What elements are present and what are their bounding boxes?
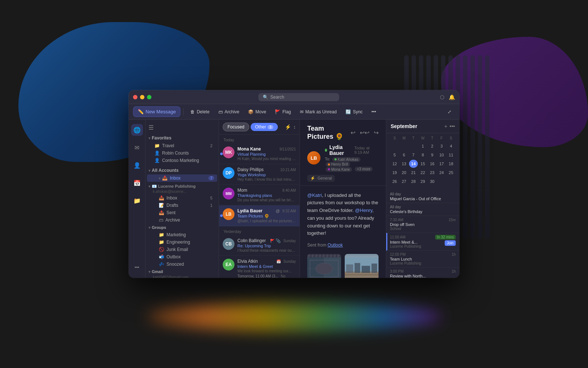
close-button[interactable]	[133, 95, 137, 99]
cal-day-20[interactable]: 20	[399, 169, 408, 177]
cal-day-6[interactable]: 6	[399, 151, 408, 159]
nav-item-lucerne-drafts[interactable]: 📝 Drafts 1	[147, 202, 217, 209]
cal-day-26[interactable]: 26	[390, 177, 399, 185]
cal-day-10[interactable]: 10	[437, 151, 446, 159]
sidebar-icon-calendar[interactable]: 📅	[131, 177, 143, 189]
cal-event-celeste[interactable]: All day Celeste's Birthday	[386, 203, 459, 216]
cal-day-23[interactable]: 23	[428, 169, 437, 177]
cal-day-21[interactable]: 21	[409, 169, 418, 177]
groups-section[interactable]: ▾ Groups	[146, 224, 219, 231]
sort-icon[interactable]: ↕	[293, 124, 296, 130]
tab-focused[interactable]: Focused	[223, 123, 249, 131]
sidebar-icon-more[interactable]: •••	[131, 262, 143, 273]
new-message-button[interactable]: ✏️ New Message	[133, 106, 180, 117]
sync-button[interactable]: 🔄 Sync	[342, 107, 366, 116]
cal-day-29[interactable]: 29	[418, 177, 427, 185]
cal-day-13[interactable]: 13	[399, 160, 408, 168]
cal-day-18[interactable]: 18	[447, 160, 455, 168]
nav-item-travel[interactable]: 📁 Travel 2	[147, 142, 217, 149]
nav-item-lucerne-inbox[interactable]: 📥 Inbox 5	[147, 194, 217, 202]
email-item-mona-kane[interactable]: MK Mona Kane 9/11/2021 Virtual Planning …	[219, 144, 300, 164]
nav-item-contoso[interactable]: 👤 Contoso Marketing	[147, 157, 217, 164]
workshop-image-1[interactable]	[307, 254, 341, 278]
nav-item-lucerne-sent[interactable]: 📤 Sent	[147, 209, 217, 216]
cal-event-miguel[interactable]: All day Miguel Garcia - Out of Office	[386, 190, 459, 203]
cal-day-9[interactable]: 9	[428, 151, 437, 159]
delete-button[interactable]: 🗑 Delete	[187, 107, 213, 116]
tab-other[interactable]: Other 3	[251, 123, 278, 131]
cal-day-25[interactable]: 25	[447, 169, 455, 177]
cal-day-15[interactable]: 15	[418, 160, 427, 168]
favorites-section[interactable]: ▾ Favorites	[146, 134, 219, 142]
nav-item-lucerne-archive[interactable]: 🗃 Archive	[147, 216, 217, 224]
cal-day-11[interactable]: 11	[447, 151, 455, 159]
nav-item-snoozed[interactable]: 💤 Snoozed	[147, 261, 217, 268]
cal-day-16[interactable]: 16	[428, 160, 437, 168]
cal-event-review[interactable]: 3:00 PM 1h Review with North... Conferen…	[386, 268, 459, 278]
cal-day-2[interactable]: 2	[428, 142, 437, 150]
cal-day-4[interactable]: 4	[447, 142, 455, 150]
calendar-more-icon[interactable]: •••	[449, 123, 455, 129]
nav-item-junk[interactable]: 🚫 Junk Email	[147, 246, 217, 253]
share-icon[interactable]: ⬡	[440, 94, 444, 100]
sidebar-icon-files[interactable]: 📁	[131, 195, 143, 206]
cal-day-27[interactable]: 27	[399, 177, 408, 185]
email-item-daisy[interactable]: DP Daisy Phillips 10:21 AM Yoga Workshop…	[219, 164, 300, 185]
sidebar-icon-mail[interactable]: ✉	[131, 142, 143, 153]
filter-icon[interactable]: ⚡	[285, 124, 291, 130]
notifications-icon[interactable]: 🔔	[449, 94, 455, 100]
cal-day-24[interactable]: 24	[437, 169, 446, 177]
email-item-colin[interactable]: CB Colin Ballinger 🚩 📎 Sunday Re: Upc	[219, 235, 300, 256]
cal-day-30[interactable]: 30	[428, 177, 437, 185]
reply-icon[interactable]: ↩	[351, 129, 355, 136]
cal-day[interactable]	[399, 142, 408, 150]
cal-day-22[interactable]: 22	[418, 169, 427, 177]
cal-day-12[interactable]: 12	[390, 160, 399, 168]
cal-day-7[interactable]: 7	[409, 151, 418, 159]
nav-item-robin[interactable]: 👤 Robin Counts	[147, 149, 217, 157]
recipient-more[interactable]: +3 more	[355, 167, 373, 171]
cal-day[interactable]	[447, 177, 455, 185]
lucerne-section[interactable]: ▾ 📧 Lucerne Publishing	[146, 182, 219, 190]
nav-item-outbox[interactable]: 📬 Outbox	[147, 253, 217, 261]
gmail-section[interactable]: ▾ Gmail	[146, 268, 219, 275]
calendar-add-icon[interactable]: +	[444, 123, 447, 129]
cal-day-17[interactable]: 17	[437, 160, 446, 168]
maximize-button[interactable]	[147, 95, 151, 99]
minimize-button[interactable]	[140, 95, 144, 99]
sidebar-icon-globe[interactable]: 🌐	[131, 124, 143, 136]
cal-day-5[interactable]: 5	[390, 151, 399, 159]
email-item-lydia[interactable]: LB Lydia Bauer @ 9:32 AM Team Pictures 🌻…	[219, 205, 300, 226]
cal-day-3[interactable]: 3	[437, 142, 446, 150]
sidebar-icon-contacts[interactable]: 👤	[131, 159, 143, 171]
archive-button[interactable]: 🗃 Archive	[215, 107, 243, 116]
move-button[interactable]: 📦 Move	[244, 107, 270, 116]
reply-all-icon[interactable]: ↩↩	[360, 129, 369, 136]
cal-event-intern[interactable]: 11:00 AM In 32 mins Intern Meet &... Luc…	[386, 233, 459, 251]
cal-day-1[interactable]: 1	[418, 142, 427, 150]
nav-item-inbox-all[interactable]: ▾ 📥 Inbox 7	[147, 174, 217, 182]
expand-button[interactable]: ⤢	[444, 107, 455, 116]
more-button[interactable]: •••	[368, 107, 380, 116]
all-accounts-section[interactable]: ▾ All Accounts	[146, 166, 219, 174]
hamburger-menu[interactable]: ☰	[146, 123, 219, 134]
flag-button[interactable]: 🚩 Flag	[271, 107, 294, 116]
email-item-elvia[interactable]: EA Elvia Atkin 📅 Sunday Intern Meet & Gr…	[219, 256, 300, 278]
nav-item-engineering[interactable]: 📁 Engineering	[147, 238, 217, 246]
outlook-link[interactable]: Outlook	[327, 243, 343, 248]
join-button[interactable]: Join	[445, 240, 456, 246]
cal-day[interactable]	[390, 142, 399, 150]
cal-day[interactable]	[437, 177, 446, 185]
cal-day-14-today[interactable]: 14	[409, 160, 418, 168]
cal-day[interactable]	[409, 142, 418, 150]
cal-event-team-lunch[interactable]: 12:00 PM 1h Team Lunch Lucerne Publishin…	[386, 251, 459, 268]
forward-icon[interactable]: ↪	[374, 129, 379, 136]
cal-day-19[interactable]: 19	[390, 169, 399, 177]
email-item-mom[interactable]: MM Mom 8:40 AM Thanksgiving plans Do you…	[219, 185, 300, 205]
cal-day-28[interactable]: 28	[409, 177, 418, 185]
search-bar[interactable]: 🔍 Search	[258, 93, 339, 101]
nav-item-marketing[interactable]: 📁 Marketing	[147, 231, 217, 238]
cal-event-sven[interactable]: 7:30 AM 15m Drop off Sven School	[386, 216, 459, 233]
mark-unread-button[interactable]: ✉ Mark as Unread	[296, 107, 340, 116]
workshop-image-2[interactable]	[345, 254, 379, 278]
